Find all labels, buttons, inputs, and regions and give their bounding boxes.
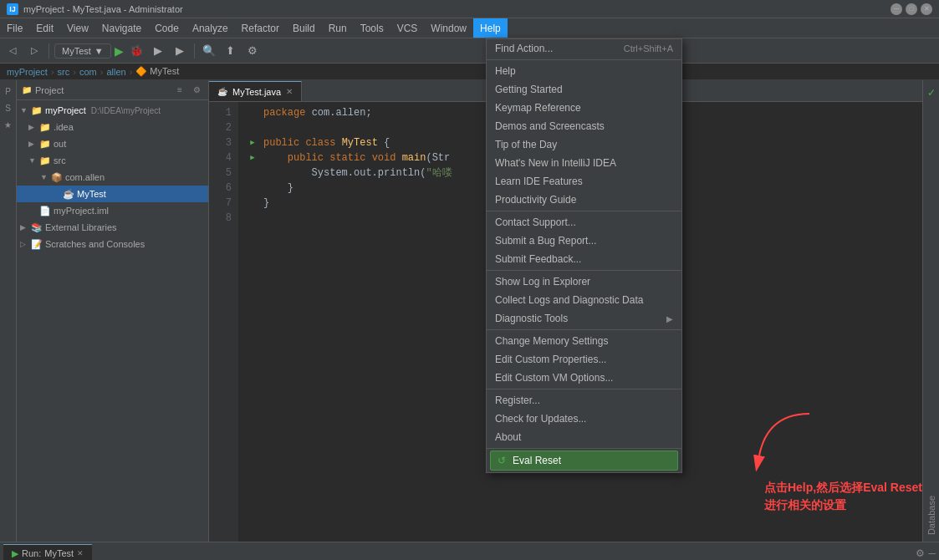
project-panel-title: Project <box>35 85 64 95</box>
project-title-icon: 📁 <box>22 85 32 94</box>
menu-window[interactable]: Window <box>424 18 473 38</box>
menu-register[interactable]: Register... <box>487 391 681 410</box>
tree-item-src[interactable]: ▼ 📁 src <box>17 152 208 169</box>
toolbar-forward-btn[interactable]: ▷ <box>25 42 43 60</box>
profile-button[interactable]: ▶ <box>171 42 189 60</box>
menu-keymap-ref[interactable]: Keymap Reference <box>487 99 681 117</box>
menu-refactor[interactable]: Refactor <box>235 18 286 38</box>
coverage-button[interactable]: ▶ <box>149 42 167 60</box>
bottom-settings-icon[interactable]: ⚙ <box>916 547 925 559</box>
help-item-label: Help <box>495 65 516 77</box>
sep-6 <box>487 448 681 449</box>
debug-button[interactable]: 🐞 <box>127 42 145 60</box>
menu-navigate[interactable]: Navigate <box>95 18 148 38</box>
menu-whats-new[interactable]: What's New in IntelliJ IDEA <box>487 154 681 172</box>
run-config-selector[interactable]: MyTest ▼ <box>54 43 111 59</box>
tip-day-label: Tip of the Day <box>495 139 557 150</box>
menu-edit-custom-props[interactable]: Edit Custom Properties... <box>487 350 681 369</box>
find-action-shortcut: Ctrl+Shift+A <box>624 43 673 53</box>
update-btn[interactable]: ⬆ <box>222 42 240 60</box>
tab-label-MyTest: MyTest.java <box>232 87 281 97</box>
tree-item-idea[interactable]: ▶ 📁 .idea <box>17 119 208 135</box>
tree-item-com-allen[interactable]: ▼ 📦 com.allen <box>17 169 208 186</box>
toolbar-back-btn[interactable]: ◁ <box>3 42 22 60</box>
bottom-tab-run[interactable]: ▶ Run: MyTest ✕ <box>3 544 92 561</box>
project-scope-btn[interactable]: ≡ <box>173 84 186 97</box>
restore-button[interactable]: □ <box>906 3 917 15</box>
menu-demos[interactable]: Demos and Screencasts <box>487 117 681 135</box>
validation-check-icon: ✓ <box>927 87 936 99</box>
tree-item-myProject[interactable]: ▼ 📁 myProject D:\IDEA\myProject <box>17 102 208 119</box>
minimize-button[interactable]: ─ <box>891 3 902 15</box>
database-label[interactable]: Database <box>926 492 936 538</box>
menu-change-memory[interactable]: Change Memory Settings <box>487 332 681 350</box>
settings-btn[interactable]: ⚙ <box>243 42 262 60</box>
keymap-ref-label: Keymap Reference <box>495 102 581 114</box>
tree-item-myProject-iml[interactable]: 📄 myProject.iml <box>17 202 208 219</box>
breadcrumb-src[interactable]: src <box>58 67 70 77</box>
title-left: IJ myProject - MyTest.java - Administrat… <box>7 3 183 15</box>
tree-item-scratches[interactable]: ▷ 📝 Scratches and Consoles <box>17 236 208 252</box>
search-everywhere-btn[interactable]: 🔍 <box>200 42 218 60</box>
menu-vcs[interactable]: VCS <box>390 18 425 38</box>
menu-check-updates[interactable]: Check for Updates... <box>487 410 681 428</box>
window-controls: ─ □ ✕ <box>891 3 932 15</box>
menu-view[interactable]: View <box>60 18 95 38</box>
menu-learn-ide[interactable]: Learn IDE Features <box>487 172 681 191</box>
menu-about[interactable]: About <box>487 428 681 446</box>
annotation-line2: 进行相关的设置 <box>764 496 922 514</box>
project-settings-btn[interactable]: ⚙ <box>190 84 203 97</box>
editor-tab-MyTest[interactable]: ☕ MyTest.java ✕ <box>209 81 302 101</box>
menu-help-item[interactable]: Help <box>487 62 681 80</box>
close-button[interactable]: ✕ <box>921 3 932 15</box>
menu-eval-reset[interactable]: ↺ Eval Reset <box>490 451 678 471</box>
run-button[interactable]: ▶ <box>115 44 124 58</box>
menu-help[interactable]: Help <box>473 18 508 38</box>
line-numbers: 1 2 3 4 5 6 7 8 <box>209 102 238 542</box>
menu-analyze[interactable]: Analyze <box>186 18 235 38</box>
menu-tip-of-day[interactable]: Tip of the Day <box>487 135 681 154</box>
find-action-label: Find Action... <box>495 43 553 54</box>
menu-getting-started[interactable]: Getting Started <box>487 80 681 99</box>
sidebar-structure-icon[interactable]: S <box>1 100 16 115</box>
menu-edit-vm-options[interactable]: Edit Custom VM Options... <box>487 369 681 387</box>
tree-item-MyTest[interactable]: ☕ MyTest <box>17 186 208 202</box>
tab-run-close[interactable]: ✕ <box>77 549 84 557</box>
menu-contact-support[interactable]: Contact Support... <box>487 213 681 232</box>
contact-support-label: Contact Support... <box>495 216 576 228</box>
edit-custom-props-label: Edit Custom Properties... <box>495 354 606 365</box>
menu-edit[interactable]: Edit <box>29 18 60 38</box>
sidebar-project-icon[interactable]: P <box>1 84 16 99</box>
project-header: 📁 Project ≡ ⚙ <box>17 80 208 100</box>
menu-run[interactable]: Run <box>322 18 354 38</box>
menu-collect-logs[interactable]: Collect Logs and Diagnostic Data <box>487 291 681 309</box>
title-text: myProject - MyTest.java - Administrator <box>23 4 183 14</box>
eval-reset-label: Eval Reset <box>513 455 561 466</box>
tree-item-ext-libs[interactable]: ▶ 📚 External Libraries <box>17 219 208 236</box>
menu-submit-bug[interactable]: Submit a Bug Report... <box>487 232 681 250</box>
menu-submit-feedback[interactable]: Submit Feedback... <box>487 250 681 268</box>
menu-find-action[interactable]: Find Action... Ctrl+Shift+A <box>487 39 681 58</box>
menu-tools[interactable]: Tools <box>354 18 390 38</box>
menu-build[interactable]: Build <box>286 18 322 38</box>
annotation-arrow-svg <box>751 405 818 472</box>
eval-reset-icon: ↺ <box>498 455 506 466</box>
breadcrumb-myProject[interactable]: myProject <box>7 67 48 77</box>
breadcrumb-com[interactable]: com <box>79 67 97 77</box>
sidebar-favorites-icon[interactable]: ★ <box>1 117 16 132</box>
menu-file[interactable]: File <box>0 18 29 38</box>
menu-code[interactable]: Code <box>148 18 186 38</box>
sep-3 <box>487 270 681 271</box>
bottom-hide-icon[interactable]: ─ <box>928 547 936 559</box>
menu-productivity[interactable]: Productivity Guide <box>487 191 681 209</box>
demos-label: Demos and Screencasts <box>495 120 605 132</box>
tab-close-MyTest[interactable]: ✕ <box>286 87 293 96</box>
collect-logs-label: Collect Logs and Diagnostic Data <box>495 294 643 306</box>
menu-show-log[interactable]: Show Log in Explorer <box>487 272 681 291</box>
breadcrumb: myProject › src › com › allen › 🔶 MyTest <box>0 64 939 80</box>
menu-diagnostic-tools[interactable]: Diagnostic Tools ▶ <box>487 309 681 328</box>
submit-feedback-label: Submit Feedback... <box>495 253 581 265</box>
tree-item-out[interactable]: ▶ 📁 out <box>17 135 208 152</box>
breadcrumb-allen[interactable]: allen <box>106 67 125 77</box>
annotation-line1: 点击Help,然后选择Eval Reset <box>764 479 922 496</box>
